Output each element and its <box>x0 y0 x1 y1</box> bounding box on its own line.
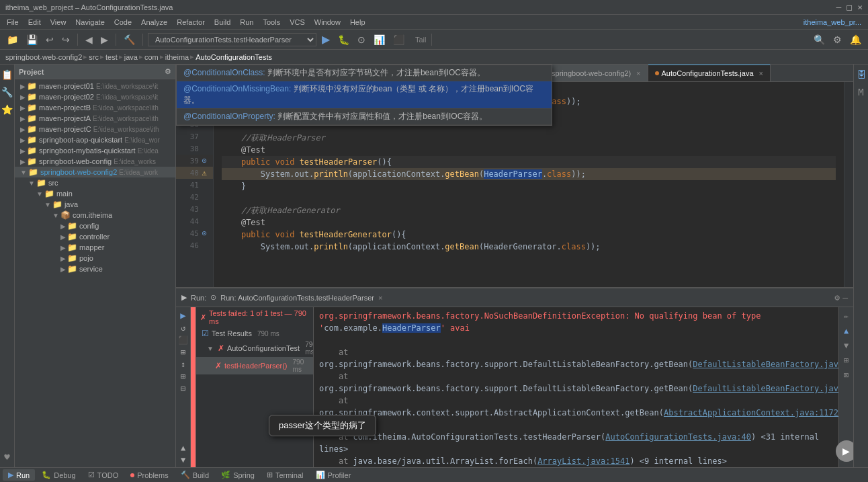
breadcrumb-part-6[interactable]: AutoConfigurationTests <box>196 53 272 61</box>
filter-button[interactable]: ⊞ <box>181 348 185 357</box>
btab-terminal[interactable]: ⊞ Terminal <box>261 469 309 481</box>
test-auto-config[interactable]: ▼ ✗ AutoConfigurationTest 790 ms <box>196 339 313 357</box>
output-copy-icon[interactable]: ⊞ <box>844 354 849 366</box>
autocomplete-popup[interactable]: @ConditionalOnClass: 判断环境中是否有对应字节码文件，才注册… <box>176 65 552 126</box>
run-button[interactable]: ▶ <box>319 32 333 47</box>
run-minimize-icon[interactable]: – <box>842 292 848 303</box>
menu-code[interactable]: Code <box>110 17 136 28</box>
btab-profiler[interactable]: 📊 Profiler <box>310 469 357 481</box>
menu-run[interactable]: Run <box>236 17 257 28</box>
tree-item-java[interactable]: ▼ 📁 java <box>15 199 175 210</box>
ac-item-0[interactable]: @ConditionalOnClass: 判断环境中是否有对应字节码文件，才注册… <box>177 65 552 81</box>
structure-icon[interactable]: 🔧 <box>0 85 15 99</box>
menu-build[interactable]: Build <box>210 17 234 28</box>
tree-item-com-itheima[interactable]: ▼ 📦 com.itheima <box>15 210 175 220</box>
ac-item-2[interactable]: @ConditionalOnProperty: 判断配置文件中有对应属性和值，才… <box>177 109 552 125</box>
favorites-icon[interactable]: ♥ <box>2 450 11 465</box>
breadcrumb-part-3[interactable]: java <box>124 53 138 61</box>
tab-close-4[interactable]: × <box>759 69 763 77</box>
editor-scrollbar[interactable] <box>844 82 853 287</box>
minimize-button[interactable]: – <box>836 2 842 12</box>
toolbar-redo-button[interactable]: ↪ <box>59 33 73 46</box>
tree-item-springboot-web-config2[interactable]: ▼ 📁 springboot-web-config2 E:\idea_work <box>15 167 175 177</box>
tree-item-springboot-mybatis[interactable]: ▶ 📁 springboot-mybatis-quickstart E:\ide… <box>15 145 175 156</box>
menu-edit[interactable]: Edit <box>24 17 45 28</box>
menu-window[interactable]: Window <box>310 17 345 28</box>
btab-problems[interactable]: Problems <box>125 470 173 481</box>
tree-item-config[interactable]: ▶ 📁 config <box>15 220 175 231</box>
breadcrumb-part-4[interactable]: com <box>144 53 159 61</box>
profile-button[interactable]: 📊 <box>371 33 388 46</box>
tree-item-controller[interactable]: ▶ 📁 controller <box>15 231 175 242</box>
toolbar-save-button[interactable]: 💾 <box>24 33 40 46</box>
database-icon[interactable]: 🗄 <box>855 67 868 82</box>
tree-item-maven-projectB[interactable]: ▶ 📁 maven-projectB E:\idea_workspace\ith <box>15 102 175 113</box>
breadcrumb-part-0[interactable]: springboot-web-config2 <box>5 53 82 61</box>
menu-navigate[interactable]: Navigate <box>71 17 108 28</box>
tree-item-springboot-web-config[interactable]: ▶ 📁 springboot-web-config E:\idea_works <box>15 156 175 167</box>
btab-spring[interactable]: 🌿 Spring <box>216 469 260 481</box>
ac-item-1[interactable]: @ConditionalOnMissingBean: 判断环境中没有对应的bea… <box>177 81 552 109</box>
rerun-button[interactable]: ▶ <box>180 310 185 321</box>
sort-button[interactable]: ↕ <box>181 360 185 369</box>
run-settings-icon[interactable]: ⚙ <box>834 292 840 303</box>
window-controls[interactable]: – □ × <box>836 2 863 12</box>
tree-item-maven-project01[interactable]: ▶ 📁 maven-project01 E:\idea_workspace\it <box>15 81 175 91</box>
tree-item-mapper[interactable]: ▶ 📁 mapper <box>15 242 175 253</box>
menu-analyze[interactable]: Analyze <box>137 17 171 28</box>
toolbar-back-button[interactable]: ◀ <box>83 33 95 46</box>
menu-view[interactable]: View <box>46 17 71 28</box>
tree-item-pojo[interactable]: ▶ 📁 pojo <box>15 253 175 264</box>
bookmarks-icon[interactable]: ⭐ <box>0 102 15 117</box>
menu-vcs[interactable]: VCS <box>286 17 309 28</box>
tree-item-maven-projectA[interactable]: ▶ 📁 maven-projectA E:\idea_workspace\ith <box>15 113 175 124</box>
tab-auto-config-tests[interactable]: AutoConfigurationTests.java × <box>648 65 771 81</box>
project-icon[interactable]: 📋 <box>0 67 15 82</box>
menu-tools[interactable]: Tools <box>259 17 284 28</box>
toolbar-undo-button[interactable]: ↩ <box>43 33 56 46</box>
btab-debug[interactable]: 🐛 Debug <box>36 469 81 481</box>
tree-item-service[interactable]: ▶ 📁 service <box>15 264 175 274</box>
menu-refactor[interactable]: Refactor <box>173 17 209 28</box>
stop-button[interactable]: ⬛ <box>390 33 407 46</box>
close-button[interactable]: × <box>857 2 863 12</box>
collapse-button[interactable]: ⊟ <box>181 384 185 393</box>
rerun-failed-button[interactable]: ↺ <box>181 323 185 333</box>
output-clear-icon[interactable]: ⊠ <box>844 369 849 381</box>
down-button[interactable]: ▼ <box>181 455 185 465</box>
project-panel-settings[interactable]: ⚙ <box>165 67 171 76</box>
test-results-root[interactable]: ☑ Test Results 790 ms <box>196 327 313 339</box>
run-output[interactable]: org.springframework.beans.factory.NoSuch… <box>314 307 853 467</box>
menu-help[interactable]: Help <box>346 17 370 28</box>
breadcrumb-part-1[interactable]: src <box>89 53 99 61</box>
settings-button[interactable]: ⚙ <box>830 33 844 46</box>
tree-item-springboot-aop[interactable]: ▶ 📁 springboot-aop-quickstart E:\idea_wo… <box>15 134 175 145</box>
notifications-button[interactable]: 🔔 <box>847 33 864 46</box>
coverage-button[interactable]: ⊙ <box>355 33 368 46</box>
test-header-parser[interactable]: ✗ testHeaderParser() 790 ms <box>196 357 313 374</box>
btab-run[interactable]: ▶ Run <box>3 469 35 481</box>
toolbar-open-button[interactable]: 📁 <box>4 33 21 46</box>
toolbar-forward-button[interactable]: ▶ <box>98 33 111 46</box>
tree-item-src[interactable]: ▼ 📁 src <box>15 177 175 188</box>
output-edit-icon[interactable]: ✏ <box>844 310 849 322</box>
search-everywhere-button[interactable]: 🔍 <box>811 33 828 46</box>
breadcrumb-part-2[interactable]: test <box>105 53 118 61</box>
toolbar-build-button[interactable]: 🔨 <box>121 33 138 46</box>
tree-item-maven-project02[interactable]: ▶ 📁 maven-project02 E:\idea_workspace\it <box>15 91 175 102</box>
btab-todo[interactable]: ☑ TODO <box>83 469 124 481</box>
maximize-button[interactable]: □ <box>847 2 852 12</box>
up-button[interactable]: ▲ <box>181 443 185 452</box>
maven-icon[interactable]: M <box>856 85 865 99</box>
run-close[interactable]: × <box>378 294 382 302</box>
stop-run-button[interactable]: ⬛ <box>178 335 188 345</box>
output-scroll-up-icon[interactable]: ▲ <box>844 325 849 337</box>
play-large-button[interactable]: ▶ <box>836 440 854 462</box>
breadcrumb-part-5[interactable]: itheima <box>165 53 189 61</box>
output-scroll-down-icon[interactable]: ▼ <box>844 339 849 352</box>
menu-file[interactable]: File <box>3 17 23 28</box>
debug-button[interactable]: 🐛 <box>335 33 352 46</box>
expand-button[interactable]: ⊞ <box>181 372 185 381</box>
tree-item-maven-projectC[interactable]: ▶ 📁 maven-projectC E:\idea_workspace\ith <box>15 124 175 134</box>
run-config-selector[interactable]: AutoConfigurationTests.testHeaderParser <box>148 33 316 46</box>
